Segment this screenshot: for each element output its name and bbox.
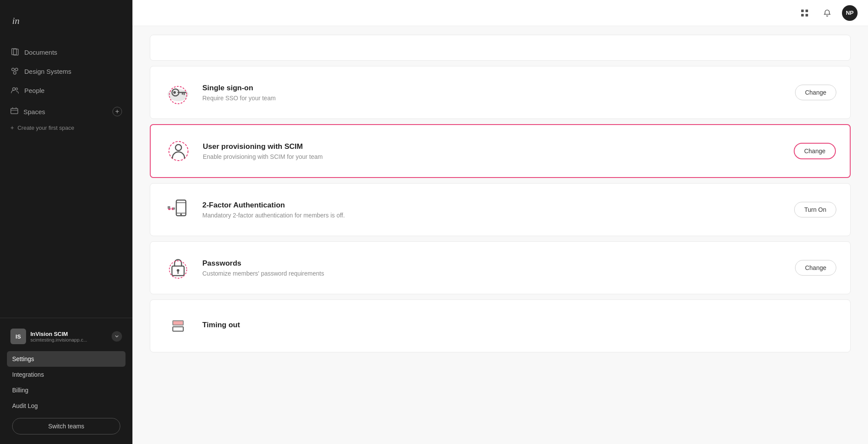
svg-point-27	[180, 214, 182, 215]
sso-text: Single sign-on Require SSO for your team	[202, 84, 785, 102]
2fa-action: Turn On	[794, 202, 836, 217]
menu-item-settings[interactable]: Settings	[7, 351, 125, 367]
design-systems-icon	[10, 67, 19, 76]
scim-text: User provisioning with SCIM Enable provi…	[203, 142, 783, 160]
spaces-header[interactable]: Spaces +	[0, 102, 132, 121]
sso-change-button[interactable]: Change	[795, 85, 836, 100]
svg-point-3	[12, 68, 14, 71]
menu-item-audit-log[interactable]: Audit Log	[7, 398, 125, 414]
sidebar-bottom: IS InVision SCIM scimtesting.invisionapp…	[0, 318, 132, 444]
spaces-label: Spaces	[23, 108, 45, 115]
svg-point-23	[175, 145, 182, 151]
2fa-text: 2-Factor Authentication Mandatory 2-fact…	[202, 201, 784, 219]
sso-title: Single sign-on	[202, 84, 785, 92]
svg-rect-36	[173, 321, 183, 325]
sidebar-item-documents[interactable]: Documents	[0, 43, 132, 62]
team-avatar: IS	[10, 329, 26, 344]
svg-rect-12	[805, 14, 808, 16]
timeout-title: Timing out	[202, 321, 836, 329]
sidebar-item-design-systems[interactable]: Design Systems	[0, 62, 132, 81]
svg-point-7	[16, 88, 18, 90]
settings-card-2fa: 2-Factor Authentication Mandatory 2-fact…	[150, 183, 851, 236]
svg-rect-30	[168, 206, 170, 209]
sidebar: in Documents Design Systems	[0, 0, 132, 444]
sso-desc: Require SSO for your team	[202, 95, 785, 102]
create-space-plus-icon: +	[10, 124, 14, 131]
sidebar-item-people-label: People	[24, 87, 45, 94]
svg-text:in: in	[12, 15, 20, 26]
timeout-icon	[164, 312, 192, 340]
passwords-desc: Customize members' password requirements	[202, 270, 785, 277]
passwords-text: Passwords Customize members' password re…	[202, 259, 785, 277]
main-content: NP	[132, 0, 868, 444]
document-icon	[10, 48, 19, 56]
scim-desc: Enable provisioning with SCIM for your t…	[203, 153, 783, 160]
sidebar-item-people[interactable]: People	[0, 81, 132, 100]
settings-content: Single sign-on Require SSO for your team…	[132, 26, 868, 444]
svg-rect-2	[13, 49, 18, 55]
team-url: scimtesting.invisionapp.c...	[30, 337, 107, 342]
svg-point-20	[173, 91, 176, 94]
team-info: IS InVision SCIM scimtesting.invisionapp…	[7, 325, 125, 348]
svg-rect-37	[173, 327, 183, 331]
svg-point-4	[15, 68, 18, 71]
2fa-icon	[164, 196, 192, 224]
sso-action: Change	[795, 85, 836, 100]
create-space-label: Create your first space	[17, 125, 74, 131]
team-details: InVision SCIM scimtesting.invisionapp.c.…	[30, 331, 107, 342]
svg-point-6	[13, 88, 15, 90]
passwords-action: Change	[795, 260, 836, 276]
sidebar-item-design-systems-label: Design Systems	[24, 68, 71, 75]
team-name: InVision SCIM	[30, 331, 107, 337]
svg-rect-31	[173, 207, 175, 210]
settings-card-scim: User provisioning with SCIM Enable provi…	[150, 124, 851, 178]
menu-item-integrations[interactable]: Integrations	[7, 367, 125, 382]
timeout-text: Timing out	[202, 321, 836, 332]
spaces-section: Spaces + + Create your first space	[0, 100, 132, 137]
passwords-icon	[164, 254, 192, 282]
passwords-change-button[interactable]: Change	[795, 260, 836, 276]
2fa-title: 2-Factor Authentication	[202, 201, 784, 210]
menu-item-billing[interactable]: Billing	[7, 382, 125, 398]
2fa-desc: Mandatory 2-factor authentication for me…	[202, 212, 784, 219]
spaces-add-button[interactable]: +	[112, 107, 122, 116]
svg-rect-1	[12, 49, 17, 55]
passwords-title: Passwords	[202, 259, 785, 268]
settings-card-sso: Single sign-on Require SSO for your team…	[150, 66, 851, 119]
scim-icon	[165, 137, 192, 165]
svg-rect-8	[11, 109, 18, 114]
sidebar-item-documents-label: Documents	[24, 49, 57, 56]
sidebar-navigation: Documents Design Systems Pe	[0, 38, 132, 318]
svg-rect-11	[801, 14, 804, 16]
bottom-menu: Settings Integrations Billing Audit Log	[7, 351, 125, 414]
user-avatar-button[interactable]: NP	[842, 5, 858, 21]
people-icon	[10, 86, 19, 95]
create-space-link[interactable]: + Create your first space	[0, 121, 132, 135]
topbar: NP	[132, 0, 868, 26]
svg-point-5	[13, 72, 16, 74]
scim-change-button[interactable]: Change	[794, 143, 836, 159]
spaces-icon	[10, 107, 18, 116]
settings-card-top-partial	[150, 35, 851, 61]
scim-action: Change	[794, 143, 836, 159]
settings-card-timeout: Timing out	[150, 299, 851, 352]
svg-rect-10	[805, 10, 808, 12]
switch-teams-button[interactable]: Switch teams	[12, 418, 120, 434]
scim-title: User provisioning with SCIM	[203, 142, 783, 151]
2fa-turn-on-button[interactable]: Turn On	[794, 202, 836, 217]
settings-card-passwords: Passwords Customize members' password re…	[150, 241, 851, 294]
team-chevron-button[interactable]	[112, 331, 122, 342]
sso-icon	[164, 79, 192, 106]
notifications-bell-button[interactable]	[819, 5, 835, 21]
svg-rect-9	[801, 10, 804, 12]
grid-icon-button[interactable]	[797, 5, 812, 21]
app-logo[interactable]: in	[0, 0, 132, 38]
